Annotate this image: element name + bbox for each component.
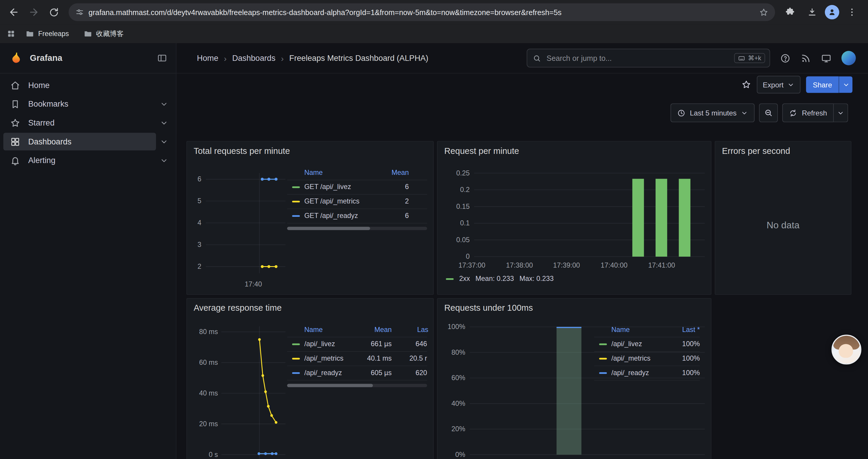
- legend-row[interactable]: GET /api/_readyz6: [287, 208, 427, 224]
- chevron-down-icon[interactable]: [156, 137, 172, 145]
- legend-row[interactable]: GET /api/_livez6: [287, 180, 427, 194]
- series-stats-line[interactable]: 2xx Mean: 0.233 Max: 0.233: [446, 275, 554, 283]
- panel-total-requests-per-minute[interactable]: Total requests per minute 6543217:40 Nam…: [186, 141, 434, 295]
- chevron-down-icon[interactable]: [156, 119, 172, 127]
- refresh-button[interactable]: Refresh: [783, 103, 834, 122]
- sidebar-item-label: Starred: [28, 119, 54, 127]
- svg-text:0.1: 0.1: [460, 219, 470, 227]
- forward-icon[interactable]: [24, 3, 43, 22]
- series-color-dash: [292, 372, 300, 374]
- legend-row[interactable]: /api/_livez661 µs646: [287, 337, 427, 351]
- legend-cell: 605 µs: [371, 366, 392, 380]
- svg-text:17:41:00: 17:41:00: [648, 261, 675, 269]
- search-bar[interactable]: ⌘+k: [527, 49, 770, 68]
- breadcrumb-item[interactable]: Home: [197, 54, 218, 63]
- favorite-star-icon[interactable]: [741, 80, 751, 90]
- downloads-icon[interactable]: [803, 3, 822, 22]
- legend-column-header[interactable]: Name: [304, 323, 322, 337]
- panel-average-response-time[interactable]: Average response time 80 ms60 ms40 ms20 …: [186, 298, 434, 459]
- legend-column-header[interactable]: Mean: [392, 166, 409, 180]
- panel-title[interactable]: Request per minute: [444, 146, 519, 156]
- panel-title[interactable]: Requests under 100ms: [444, 303, 533, 313]
- time-range-picker[interactable]: Last 5 minutes: [670, 103, 755, 122]
- sidebar-item-starred[interactable]: Starred: [3, 113, 172, 132]
- legend-scrollbar[interactable]: [287, 384, 427, 387]
- series-color-dash: [292, 201, 300, 203]
- svg-text:17:40: 17:40: [245, 280, 262, 288]
- svg-text:20 ms: 20 ms: [199, 420, 218, 428]
- panel-title[interactable]: Errors per second: [722, 146, 790, 156]
- refresh-split-button: Refresh: [783, 103, 848, 122]
- breadcrumb-item[interactable]: Freeleaps Metrics Dashboard (ALPHA): [289, 54, 428, 63]
- breadcrumb-item[interactable]: Dashboards: [232, 54, 275, 63]
- chevron-down-icon[interactable]: [156, 100, 172, 108]
- refresh-label: Refresh: [802, 109, 827, 117]
- zoom-out-button[interactable]: [759, 103, 778, 122]
- menu-kebab-icon[interactable]: [843, 3, 862, 22]
- search-input[interactable]: [546, 54, 730, 63]
- share-caret-button[interactable]: [839, 76, 852, 93]
- series-name: 2xx: [459, 275, 470, 283]
- sidebar-item-dashboards[interactable]: Dashboards: [3, 132, 172, 151]
- share-button[interactable]: Share: [806, 76, 839, 93]
- legend-cell: GET /api/_livez: [304, 180, 351, 194]
- url-text[interactable]: grafana.mathmast.com/d/deytv4rwavabkb/fr…: [89, 8, 755, 16]
- apps-grid-icon[interactable]: [6, 29, 17, 38]
- legend-column-header[interactable]: Mean: [374, 323, 392, 337]
- sidebar-item-home[interactable]: Home: [3, 76, 172, 95]
- kiosk-monitor-icon[interactable]: [821, 53, 832, 64]
- folder-icon: [25, 29, 34, 38]
- panel-request-per-minute[interactable]: Request per minute 0.250.20.150.10.05017…: [437, 141, 711, 295]
- legend-column-header[interactable]: Name: [611, 323, 629, 337]
- panel-requests-under-100ms[interactable]: Requests under 100ms 100%80%60%40%20%0%1…: [437, 298, 711, 459]
- legend-row[interactable]: /api/_metrics40.1 ms20.5 r: [287, 351, 427, 366]
- back-icon[interactable]: [4, 3, 23, 22]
- floating-assistant-avatar[interactable]: [831, 335, 861, 364]
- sidebar-toggle-icon[interactable]: [157, 53, 167, 63]
- site-settings-icon[interactable]: [75, 8, 84, 17]
- bookmark-star-icon[interactable]: [759, 7, 769, 17]
- url-bar[interactable]: grafana.mathmast.com/d/deytv4rwavabkb/fr…: [68, 3, 775, 21]
- svg-text:2: 2: [198, 263, 202, 270]
- search-icon: [533, 54, 541, 62]
- bookmark-item[interactable]: Freeleaps: [22, 28, 72, 40]
- panel-errors-per-second[interactable]: Errors per second No data: [715, 141, 851, 295]
- legend-cell: 2: [405, 195, 409, 208]
- legend-row[interactable]: GET /api/_metrics2: [287, 194, 427, 208]
- sidebar-item-alerting[interactable]: Alerting: [3, 151, 172, 170]
- svg-text:20%: 20%: [452, 425, 465, 433]
- legend-column-header[interactable]: Name: [304, 166, 322, 180]
- user-avatar[interactable]: [841, 51, 856, 65]
- legend-row[interactable]: /api/_readyz605 µs620: [287, 366, 427, 381]
- legend-row[interactable]: /api/_livez100%: [594, 337, 700, 351]
- legend-cell: 20.5 r: [409, 352, 427, 366]
- star-icon: [10, 118, 21, 128]
- legend-row[interactable]: /api/_readyz100%: [594, 366, 700, 381]
- profile-avatar[interactable]: [825, 5, 839, 20]
- grafana-logo[interactable]: [9, 52, 22, 65]
- bell-icon: [10, 155, 21, 166]
- bookmark-item[interactable]: 收藏博客: [80, 28, 127, 40]
- sidebar-item-bookmarks[interactable]: Bookmarks: [3, 95, 172, 113]
- bookmarks-bar: Freeleaps收藏博客: [0, 24, 868, 43]
- legend-cell: /api/_readyz: [304, 366, 342, 380]
- chart-canvas[interactable]: 0.250.20.150.10.05017:37:0017:38:0017:39…: [438, 141, 711, 294]
- brand-title: Grafana: [30, 53, 62, 63]
- news-rss-icon[interactable]: [801, 53, 811, 64]
- chevron-down-icon[interactable]: [156, 156, 172, 165]
- help-icon[interactable]: [780, 53, 790, 64]
- legend-scrollbar[interactable]: [287, 227, 427, 230]
- panel-title[interactable]: Total requests per minute: [193, 146, 290, 156]
- avatar-face: [839, 344, 853, 358]
- export-button[interactable]: Export: [756, 76, 801, 94]
- refresh-interval-caret[interactable]: [834, 103, 848, 122]
- svg-text:80 ms: 80 ms: [199, 328, 218, 335]
- extensions-icon[interactable]: [780, 3, 800, 22]
- legend-column-header[interactable]: Last *: [682, 323, 700, 337]
- legend-column-header[interactable]: Las: [417, 323, 428, 337]
- panel-title[interactable]: Average response time: [193, 303, 282, 313]
- grafana-app: Grafana HomeBookmarksStarredDashboardsAl…: [0, 43, 868, 459]
- export-label: Export: [763, 80, 783, 89]
- legend-row[interactable]: /api/_metrics100%: [594, 351, 700, 366]
- reload-icon[interactable]: [44, 3, 63, 22]
